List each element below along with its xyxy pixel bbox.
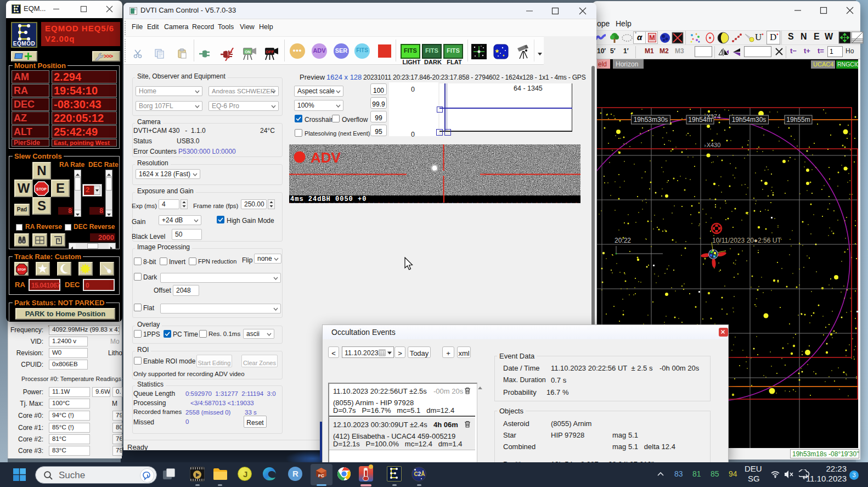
- svg-text:Horizon: Horizon: [616, 60, 638, 68]
- svg-text:eld: eld: [598, 60, 607, 68]
- svg-text:10/11/2023 20●2:56 UT: 10/11/2023 20●2:56 UT: [712, 237, 781, 244]
- svg-text:19h53m30s: 19h53m30s: [634, 116, 668, 124]
- svg-text:FC: FC: [318, 473, 324, 478]
- svg-text:OFF: OFF: [266, 49, 274, 54]
- svg-text:19h55m: 19h55m: [786, 116, 810, 124]
- svg-text:UCAC4: UCAC4: [813, 61, 833, 68]
- svg-text:20:22: 20:22: [615, 237, 631, 244]
- svg-text:STOP: STOP: [36, 187, 47, 191]
- svg-text:19h54m30s: 19h54m30s: [732, 116, 766, 124]
- svg-text:˫X430: ˫X430: [704, 142, 720, 148]
- svg-text:RNGCIC: RNGCIC: [837, 61, 858, 68]
- svg-text:ADV: ADV: [311, 149, 341, 166]
- svg-text:STOP: STOP: [18, 268, 26, 271]
- svg-text:ON: ON: [245, 50, 251, 54]
- svg-text:˫X174: ˫X174: [704, 113, 720, 120]
